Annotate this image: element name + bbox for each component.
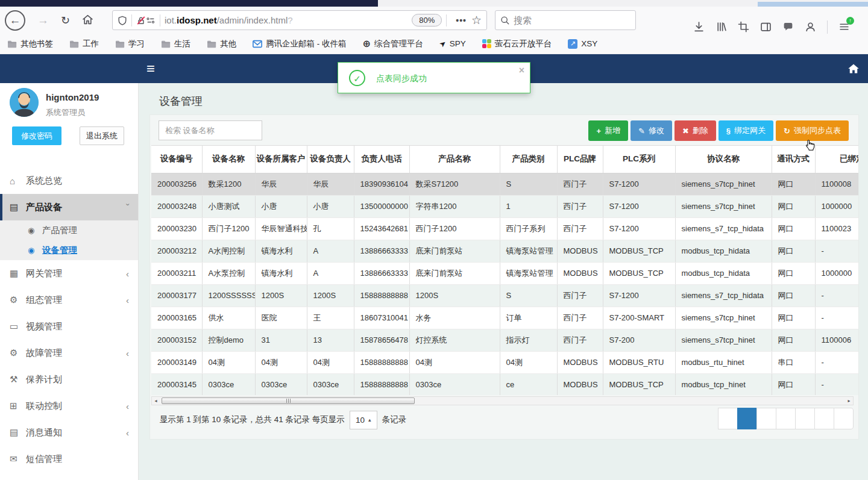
browser-search-input[interactable] — [514, 15, 616, 25]
bookmark-item[interactable]: 工作 — [69, 39, 99, 49]
menu-label: 组态管理 — [26, 295, 62, 306]
titlebar-blue-segment — [758, 2, 868, 7]
change-password-button[interactable]: 修改密码 — [12, 126, 61, 145]
sidebar-item-message[interactable]: ▤ 消息通知 ‹ — [0, 419, 139, 446]
screenshot-icon[interactable] — [738, 21, 749, 33]
account-icon[interactable] — [805, 21, 816, 33]
device-table-wrap: 设备编号设备名称设备所属客户设备负责人负责人电话产品名称产品类别PLC品牌PLC… — [151, 145, 858, 395]
table-row[interactable]: 200003211A水泵控制镇海水利A13886663333底来门前泵站镇海泵站… — [151, 262, 858, 284]
column-header: PLC品牌 — [557, 146, 603, 173]
forward-button[interactable]: → — [37, 14, 49, 26]
table-cell: 网口 — [772, 240, 815, 262]
sidebar-item-device-mgmt[interactable]: ◉ 设备管理 — [0, 240, 139, 260]
edit-button[interactable]: ✎ 修改 — [631, 120, 672, 141]
device-search-input[interactable] — [159, 120, 262, 140]
back-button[interactable]: ← — [5, 10, 25, 31]
bookmark-item[interactable]: 学习 — [115, 39, 145, 49]
library-icon[interactable] — [715, 21, 727, 33]
bookmark-item[interactable]: ➤SPY — [439, 39, 466, 48]
menu-label: 短信管理 — [26, 454, 62, 465]
sidebar-icon[interactable] — [760, 21, 772, 33]
chevron-icon: ‹ — [126, 295, 129, 305]
toast-close-icon[interactable]: × — [519, 65, 524, 76]
scroll-left-icon[interactable]: ◂ — [152, 397, 160, 405]
bookmark-star-icon[interactable]: ☆ — [471, 13, 482, 27]
horizontal-scrollbar[interactable]: ◂ ▸ — [151, 396, 854, 405]
page-prev[interactable] — [718, 408, 738, 429]
table-row[interactable]: 200003152控制demo311315878656478灯控系统指示灯西门子… — [151, 329, 858, 351]
bookmark-item[interactable]: 萤石云开放平台 — [482, 39, 552, 49]
bookmark-label: 萤石云开放平台 — [495, 39, 552, 49]
table-cell: MODBUS — [557, 262, 603, 284]
sidebar-item-product-mgmt[interactable]: ◉ 产品管理 — [0, 220, 139, 240]
url-bar[interactable]: iot.idosp.net/admin/index.html? 80% ••• … — [112, 10, 487, 30]
sidebar-item-overview[interactable]: ⌂ 系统总览 — [0, 167, 139, 194]
table-cell: 1200S — [255, 284, 307, 307]
table-row[interactable]: 2000031771200SSSSSS1200S1200S15888888888… — [151, 284, 858, 307]
table-cell: A — [307, 240, 354, 262]
permissions-icon[interactable] — [146, 16, 156, 25]
table-row[interactable]: 200003165供水医院王18607310041水务订单西门子S7-200-S… — [151, 307, 858, 329]
home-icon — [82, 14, 93, 25]
sidebar-item-sms[interactable]: ✉ 短信管理 — [0, 446, 139, 472]
home-icon: ⌂ — [10, 176, 26, 186]
page-4[interactable] — [795, 408, 815, 429]
table-row[interactable]: 200003230西门子1200华辰智通科技孔15243642681西门子120… — [151, 217, 858, 240]
bookmark-item[interactable]: 其他书签 — [7, 39, 53, 49]
page-2[interactable] — [756, 408, 776, 429]
page-5[interactable] — [814, 408, 834, 429]
sidebar-item-fault[interactable]: ⚙ 故障管理 ‹ — [0, 340, 139, 366]
table-cell: 0303ce — [409, 373, 500, 395]
table-row[interactable]: 200003212A水闸控制镇海水利A13886663333底来门前泵站镇海泵站… — [151, 240, 858, 262]
messages-icon[interactable] — [782, 21, 794, 33]
refresh-icon: ↻ — [784, 126, 790, 136]
zoom-level-badge[interactable]: 80% — [412, 14, 442, 26]
table-cell: 底来门前泵站 — [409, 240, 500, 262]
per-page-value: 10 — [356, 416, 365, 425]
logout-button[interactable]: 退出系统 — [80, 126, 124, 145]
sidebar-item-product-device[interactable]: ▤ 产品设备 ˇ — [0, 194, 139, 220]
table-row[interactable]: 20000314904测04测04测1588888888804测04测MODBU… — [151, 351, 858, 373]
app-home-icon[interactable] — [848, 63, 860, 75]
user-role: 系统管理员 — [46, 107, 85, 118]
page-actions-icon[interactable]: ••• — [456, 16, 467, 25]
per-page-select[interactable]: 10 ▴ — [350, 411, 377, 429]
table-cell: - — [815, 240, 858, 262]
table-cell: 订单 — [500, 307, 557, 329]
page-3[interactable] — [776, 408, 796, 429]
home-button[interactable] — [82, 14, 93, 27]
page-1[interactable] — [737, 408, 757, 429]
delete-button[interactable]: ✖ 删除 — [675, 120, 716, 141]
toast-notification: ✓ 点表同步成功 × — [338, 62, 530, 93]
sidebar-item-partial[interactable]: ▥ 敏感词管理 — [0, 472, 139, 480]
sidebar-toggle-icon[interactable]: ≡ — [146, 60, 155, 77]
bookmark-item[interactable]: 腾讯企业邮箱 - 收件箱 — [253, 39, 347, 49]
bookmark-item[interactable]: ⊕综合管理平台 — [363, 39, 423, 49]
reload-button[interactable]: ↻ — [61, 15, 70, 26]
table-cell: 孔 — [307, 217, 354, 240]
bind-gateway-button[interactable]: § 绑定网关 — [719, 120, 773, 141]
table-cell: 小唐测试 — [202, 195, 255, 217]
table-row[interactable]: 200003248小唐测试小唐小唐13500000000字符串12001西门子S… — [151, 195, 858, 217]
app-menu-button[interactable]: ↑ — [838, 21, 850, 33]
bookmark-item[interactable]: ↗XSY — [568, 39, 597, 49]
pencil-icon: ✎ — [638, 126, 645, 136]
bookmark-item[interactable]: 生活 — [161, 39, 190, 49]
sidebar-item-linkage[interactable]: ⊞ 联动控制 ‹ — [0, 393, 139, 419]
insecure-lock-icon[interactable] — [136, 16, 146, 25]
table-row[interactable]: 2000031450303ce0303ce0303ce1588888888803… — [151, 373, 858, 395]
browser-search-bar[interactable] — [495, 10, 636, 30]
page-next[interactable] — [834, 408, 854, 429]
sidebar-item-maintenance[interactable]: ⚒ 保养计划 — [0, 366, 139, 393]
add-button[interactable]: + 新增 — [588, 120, 628, 141]
sidebar-item-scada[interactable]: ⚙ 组态管理 ‹ — [0, 287, 139, 313]
download-icon[interactable] — [693, 21, 705, 33]
table-row[interactable]: 200003256数采1200华辰华辰18390936104数采S71200S西… — [151, 173, 858, 195]
table-cell: 网口 — [772, 329, 815, 351]
table-cell: 小唐 — [307, 195, 354, 217]
scroll-right-icon[interactable]: ▸ — [845, 397, 853, 405]
scrollbar-thumb[interactable] — [162, 397, 415, 404]
sidebar-item-video[interactable]: ▭ 视频管理 — [0, 313, 139, 340]
bookmark-item[interactable]: 其他 — [207, 39, 236, 49]
sidebar-item-gateway[interactable]: ▦ 网关管理 ‹ — [0, 260, 139, 287]
